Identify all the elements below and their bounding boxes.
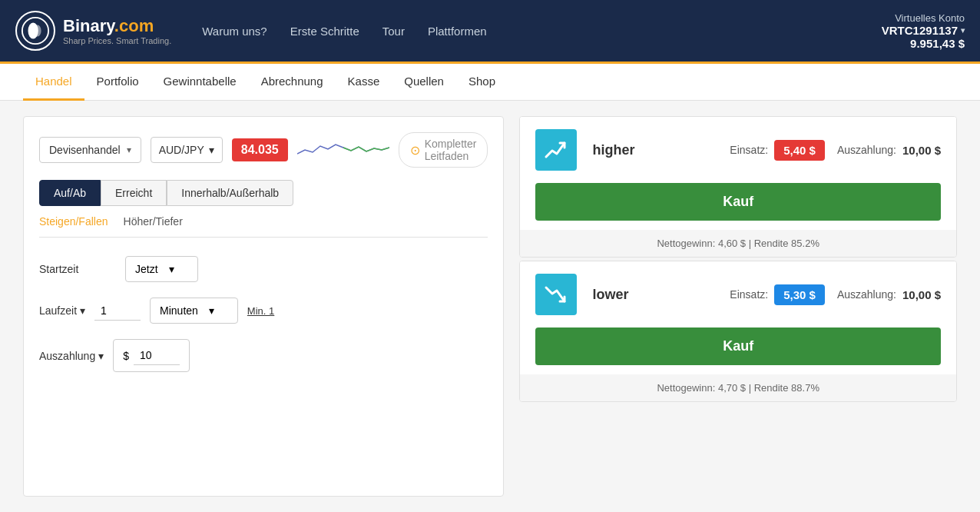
nav-warum[interactable]: Warum uns? (202, 25, 267, 38)
account-id: VRTC1291137 ▾ (882, 24, 965, 37)
laufzeit-min-label: Min. 1 (247, 305, 274, 317)
main-content: Devisenhandel ▾ AUD/JPY ▾ 84.035 ⊙ Kompl… (0, 101, 980, 512)
lower-auszahlung-value: 10,00 $ (902, 288, 941, 301)
startzeit-select[interactable]: Jetzt ▾ (125, 256, 198, 282)
nav-plattformen[interactable]: Plattformen (428, 25, 487, 38)
laufzeit-input[interactable] (94, 301, 141, 321)
lower-footer: Nettogewinn: 4,70 $ | Rendite 88.7% (520, 374, 956, 401)
startzeit-row: Startzeit Jetzt ▾ (39, 256, 488, 282)
nav-handel[interactable]: Handel (23, 64, 84, 101)
lower-meta: Einsatz: 5,30 $ Auszahlung: 10,00 $ (644, 284, 941, 305)
right-panel: higher Einsatz: 5,40 $ Auszahlung: 10,00… (519, 116, 957, 497)
nav-abrechnung[interactable]: Abrechnung (249, 64, 336, 101)
auszahlung-row: Auszahlung ▾ $ (39, 339, 488, 372)
higher-einsatz-group: Einsatz: 5,40 $ (730, 140, 825, 161)
startzeit-arrow-icon: ▾ (169, 263, 174, 275)
top-navbar: Binary.com Sharp Prices. Smart Trading. … (0, 0, 980, 62)
lower-einsatz-group: Einsatz: 5,30 $ (730, 284, 825, 305)
auszahlung-label[interactable]: Auszahlung ▾ (39, 350, 104, 362)
currency-select[interactable]: AUD/JPY ▾ (151, 137, 223, 163)
higher-buy-button[interactable]: Kauf (535, 183, 941, 221)
higher-auszahlung-value: 10,00 $ (902, 144, 941, 157)
currency-arrow-icon: ▾ (209, 144, 214, 156)
subtab-hoeher[interactable]: Höher/Tiefer (124, 215, 183, 231)
category-arrow-icon: ▾ (127, 145, 131, 155)
tab-innerhalb[interactable]: Innerhalb/Außerhalb (167, 180, 293, 206)
tab-erreicht[interactable]: Erreicht (101, 180, 167, 206)
lower-card-header: lower Einsatz: 5,30 $ Auszahlung: 10,00 … (520, 261, 956, 327)
logo-circle (15, 11, 55, 51)
logo[interactable]: Binary.com Sharp Prices. Smart Trading. (15, 11, 171, 51)
lower-icon (535, 274, 577, 315)
laufzeit-label[interactable]: Laufzeit ▾ (39, 304, 85, 317)
auszahlung-arrow-icon: ▾ (98, 350, 104, 362)
higher-meta: Einsatz: 5,40 $ Auszahlung: 10,00 $ (650, 140, 941, 161)
lower-card: lower Einsatz: 5,30 $ Auszahlung: 10,00 … (519, 261, 957, 402)
nav-tour[interactable]: Tour (382, 25, 405, 38)
lower-auszahlung-group: Auszahlung: 10,00 $ (837, 288, 941, 301)
auszahlung-input-group: $ (113, 339, 190, 372)
higher-card: higher Einsatz: 5,40 $ Auszahlung: 10,00… (519, 116, 957, 258)
category-select[interactable]: Devisenhandel ▾ (39, 137, 141, 163)
nav-shop[interactable]: Shop (456, 64, 508, 101)
logo-tagline: Sharp Prices. Smart Trading. (63, 36, 171, 45)
logo-name: Binary.com (63, 16, 171, 36)
lower-einsatz-value[interactable]: 5,30 $ (774, 284, 825, 305)
tab-aufab[interactable]: Auf/Ab (39, 180, 101, 206)
laufzeit-unit-arrow-icon: ▾ (209, 304, 214, 317)
subtab-steigen[interactable]: Steigen/Fallen (39, 215, 108, 231)
lower-auszahlung-label: Auszahlung: (837, 288, 896, 301)
tabs-row: Auf/Ab Erreicht Innerhalb/Außerhalb (39, 180, 488, 206)
payout-currency: $ (123, 350, 129, 362)
second-navbar: Handel Portfolio Gewinntabelle Abrechnun… (0, 64, 980, 101)
nav-links: Warum uns? Erste Schritte Tour Plattform… (202, 25, 882, 38)
chart-mini (297, 138, 389, 161)
sub-tabs-row: Steigen/Fallen Höher/Tiefer (39, 215, 488, 238)
guide-button[interactable]: ⊙ Kompletter Leitfaden (399, 132, 488, 168)
nav-kasse[interactable]: Kasse (336, 64, 392, 101)
higher-card-header: higher Einsatz: 5,40 $ Auszahlung: 10,00… (520, 117, 956, 183)
startzeit-label: Startzeit (39, 263, 116, 275)
nav-erste[interactable]: Erste Schritte (290, 25, 359, 38)
higher-footer: Nettogewinn: 4,60 $ | Rendite 85.2% (520, 230, 956, 257)
price-badge: 84.035 (232, 138, 288, 161)
account-label: Virtuelles Konto (882, 12, 965, 24)
nav-gewinntabelle[interactable]: Gewinntabelle (151, 64, 249, 101)
nav-quellen[interactable]: Quellen (392, 64, 456, 101)
lower-einsatz-label: Einsatz: (730, 288, 768, 301)
nav-portfolio[interactable]: Portfolio (84, 64, 151, 101)
account-area[interactable]: Virtuelles Konto VRTC1291137 ▾ 9.951,43 … (882, 12, 965, 50)
lower-label: lower (592, 287, 628, 303)
higher-label: higher (592, 142, 634, 158)
laufzeit-arrow-icon: ▾ (80, 304, 85, 317)
auszahlung-input[interactable] (134, 346, 180, 365)
guide-icon: ⊙ (410, 143, 420, 158)
account-dropdown-arrow[interactable]: ▾ (961, 26, 965, 35)
account-balance: 9.951,43 $ (882, 37, 965, 50)
higher-icon (535, 129, 577, 171)
laufzeit-row: Laufzeit ▾ Minuten ▾ Min. 1 (39, 298, 488, 324)
lower-buy-button[interactable]: Kauf (535, 327, 941, 365)
svg-point-2 (34, 25, 41, 36)
left-panel: Devisenhandel ▾ AUD/JPY ▾ 84.035 ⊙ Kompl… (23, 116, 504, 497)
higher-auszahlung-group: Auszahlung: 10,00 $ (837, 144, 941, 157)
higher-einsatz-value[interactable]: 5,40 $ (774, 140, 825, 161)
controls-row: Devisenhandel ▾ AUD/JPY ▾ 84.035 ⊙ Kompl… (39, 132, 488, 168)
higher-einsatz-label: Einsatz: (730, 144, 768, 156)
laufzeit-unit-select[interactable]: Minuten ▾ (150, 298, 238, 324)
higher-auszahlung-label: Auszahlung: (837, 144, 896, 156)
